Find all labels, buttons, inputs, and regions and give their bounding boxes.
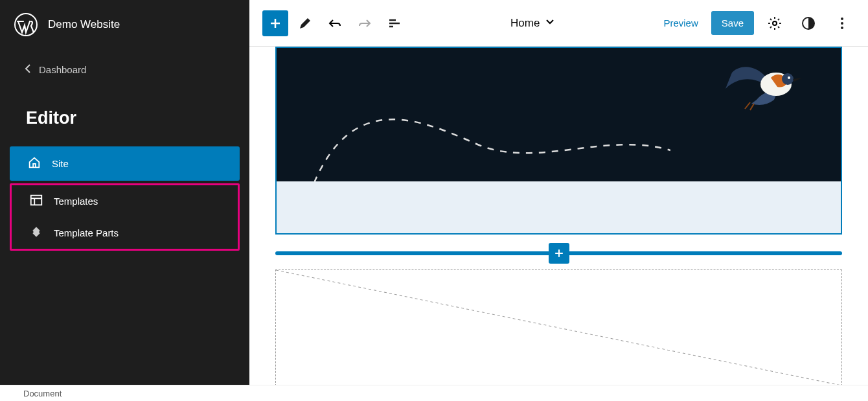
svg-point-8: [841, 22, 843, 25]
selected-light-block[interactable]: [277, 181, 841, 233]
list-view-button[interactable]: [382, 10, 407, 36]
chevron-down-icon: [545, 16, 555, 30]
svg-rect-1: [31, 196, 42, 205]
svg-point-7: [841, 17, 843, 20]
editor-toolbar: Home Preview Save: [249, 0, 868, 47]
inline-block-inserter-button[interactable]: [549, 243, 569, 264]
preview-button[interactable]: Preview: [658, 11, 703, 35]
home-icon: [27, 155, 41, 172]
back-to-dashboard-link[interactable]: Dashboard: [0, 56, 249, 84]
bird-illustration: [719, 53, 803, 111]
sidebar-item-label: Site: [52, 158, 69, 169]
document-title: Home: [510, 17, 540, 30]
svg-point-9: [841, 27, 843, 29]
image-placeholder-block[interactable]: [275, 269, 842, 385]
undo-button[interactable]: [322, 10, 348, 36]
chevron-left-icon: [25, 63, 32, 76]
redo-button[interactable]: [352, 10, 378, 36]
styles-button[interactable]: [795, 10, 821, 36]
edit-tool-button[interactable]: [292, 10, 318, 36]
footer-breadcrumb[interactable]: Document: [0, 385, 868, 401]
sidebar-item-label: Template Parts: [54, 227, 119, 238]
editor-heading: Editor: [0, 84, 249, 146]
template-parts-icon: [29, 225, 43, 241]
svg-line-13: [276, 270, 841, 385]
editor-main: Home Preview Save: [249, 0, 868, 385]
flight-path-decoration: [314, 79, 670, 183]
navigation-sidebar: Demo Website Dashboard Editor Site Templ…: [0, 0, 249, 385]
more-options-button[interactable]: [829, 10, 855, 36]
sidebar-item-templates[interactable]: Templates: [12, 185, 238, 217]
sidebar-item-site[interactable]: Site: [10, 146, 240, 181]
svg-rect-3: [31, 231, 34, 233]
sidebar-header: Demo Website: [0, 13, 249, 56]
back-label: Dashboard: [39, 64, 86, 75]
placeholder-diagonal-icon: [276, 270, 841, 385]
block-inserter-button[interactable]: [262, 10, 288, 36]
wordpress-logo-icon[interactable]: [14, 13, 38, 36]
save-button[interactable]: Save: [711, 11, 754, 35]
hero-dark-block[interactable]: [275, 47, 842, 181]
highlighted-nav-group: Templates Template Parts: [10, 183, 240, 251]
svg-rect-4: [40, 231, 42, 233]
sidebar-item-label: Templates: [54, 196, 98, 207]
footer-label: Document: [23, 389, 62, 398]
sidebar-item-template-parts[interactable]: Template Parts: [12, 217, 238, 249]
svg-point-5: [773, 21, 777, 25]
svg-point-12: [788, 76, 790, 79]
document-title-dropdown[interactable]: Home: [411, 16, 654, 30]
site-title[interactable]: Demo Website: [48, 18, 120, 31]
editor-canvas[interactable]: [249, 47, 868, 385]
settings-button[interactable]: [762, 10, 788, 36]
svg-point-11: [782, 73, 794, 85]
layout-icon: [29, 193, 43, 209]
